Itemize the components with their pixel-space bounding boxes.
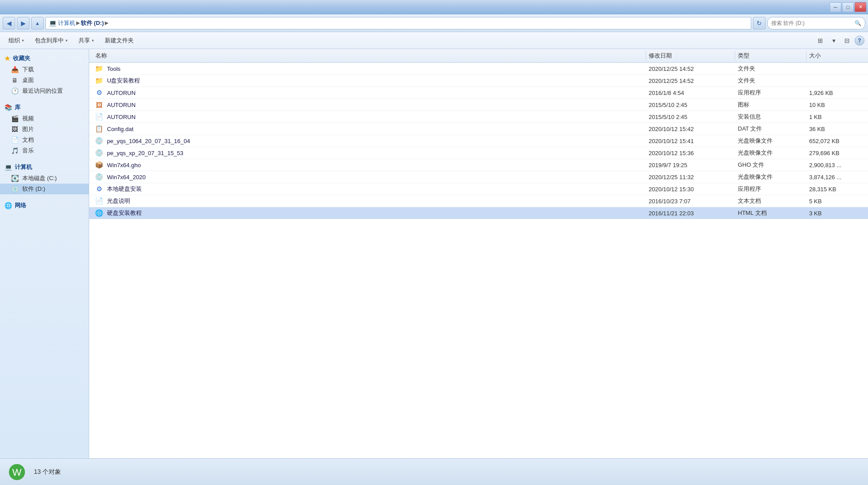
table-row[interactable]: 💿 pe_yqs_1064_20_07_31_16_04 2020/10/12 … <box>89 135 868 147</box>
desktop-label: 桌面 <box>22 76 34 84</box>
breadcrumb-icon: 💻 <box>49 19 57 27</box>
music-label: 音乐 <box>22 147 34 155</box>
svg-text:W: W <box>12 467 22 478</box>
share-button[interactable]: 共享 ▾ <box>74 34 99 47</box>
file-size-value: 2,900,813 ... <box>806 161 864 169</box>
file-type-label: DAT 文件 <box>735 124 806 133</box>
table-row[interactable]: 📄 AUTORUN 2015/5/10 2:45 安装信息 1 KB <box>89 111 868 123</box>
file-name: Tools <box>107 66 120 72</box>
file-name: AUTORUN <box>107 90 136 96</box>
table-row[interactable]: 📁 Tools 2020/12/25 14:52 文件夹 <box>89 63 868 75</box>
file-type-label: 文件夹 <box>735 64 806 73</box>
file-type-label: 应用程序 <box>735 88 806 97</box>
help-button[interactable]: ? <box>855 36 864 45</box>
video-icon: 🎬 <box>11 115 19 123</box>
desktop-icon: 🖥 <box>11 76 19 84</box>
file-modified-date: 2016/1/8 4:54 <box>646 89 735 97</box>
favorites-label: 收藏夹 <box>13 54 30 62</box>
file-modified-date: 2016/11/21 22:03 <box>646 210 735 217</box>
forward-button[interactable]: ▶ <box>17 17 29 29</box>
include-label: 包含到库中 <box>35 37 64 45</box>
file-name-cell: ⚙ 本地硬盘安装 <box>93 184 646 194</box>
col-modified[interactable]: 修改日期 <box>646 51 735 61</box>
search-icon: 🔍 <box>855 20 861 26</box>
table-row[interactable]: ⚙ 本地硬盘安装 2020/10/12 15:30 应用程序 28,315 KB <box>89 183 868 195</box>
sidebar-item-music[interactable]: 🎵 音乐 <box>0 145 89 156</box>
details-pane-button[interactable]: ⊟ <box>841 35 853 46</box>
toolbar: 组织 ▾ 包含到库中 ▾ 共享 ▾ 新建文件夹 ⊞ ▾ ⊟ ? <box>0 32 868 49</box>
include-library-button[interactable]: 包含到库中 ▾ <box>30 34 73 47</box>
breadcrumb-item-computer[interactable]: 计算机 <box>58 19 75 27</box>
maximize-button[interactable]: □ <box>842 2 854 12</box>
file-type-icon: 💿 <box>95 173 103 181</box>
close-button[interactable]: ✕ <box>855 2 866 12</box>
table-row[interactable]: 💿 Win7x64_2020 2020/12/25 11:32 光盘映像文件 3… <box>89 171 868 183</box>
view-button[interactable]: ⊞ <box>815 35 826 46</box>
file-size-value: 10 KB <box>806 101 864 109</box>
refresh-button[interactable]: ↻ <box>753 17 765 29</box>
file-size-value: 652,072 KB <box>806 137 864 145</box>
music-icon: 🎵 <box>11 147 19 155</box>
organize-button[interactable]: 组织 ▾ <box>4 34 29 47</box>
file-type-icon: 📄 <box>95 112 103 121</box>
sidebar-item-drive-d[interactable]: 💿 软件 (D:) <box>0 184 89 194</box>
file-modified-date: 2020/10/12 15:30 <box>646 185 735 193</box>
col-name[interactable]: 名称 <box>93 51 646 61</box>
sidebar-item-pictures[interactable]: 🖼 图片 <box>0 124 89 135</box>
new-folder-button[interactable]: 新建文件夹 <box>100 34 139 47</box>
breadcrumb-item-drive[interactable]: 软件 (D:) <box>81 19 104 27</box>
file-size-value: 5 KB <box>806 197 864 205</box>
file-name: U盘安装教程 <box>107 77 140 85</box>
recent-icon: 🕐 <box>11 87 19 95</box>
up-button[interactable]: ▲ <box>31 17 44 29</box>
status-bar: W 13 个对象 <box>0 458 868 485</box>
file-modified-date: 2015/5/10 2:45 <box>646 101 735 109</box>
table-row[interactable]: ⚙ AUTORUN 2016/1/8 4:54 应用程序 1,926 KB <box>89 87 868 99</box>
star-icon: ★ <box>4 55 10 62</box>
file-type-icon: ⚙ <box>95 88 103 97</box>
table-row[interactable]: 📋 Config.dat 2020/10/12 15:42 DAT 文件 36 … <box>89 123 868 135</box>
search-bar[interactable]: 🔍 <box>767 17 865 29</box>
sidebar-item-documents[interactable]: 📄 文档 <box>0 135 89 145</box>
file-name-cell: 📁 U盘安装教程 <box>93 76 646 86</box>
toolbar-right: ⊞ ▾ ⊟ ? <box>815 35 864 46</box>
file-size-value: 3,874,126 ... <box>806 173 864 181</box>
file-name-cell: 💿 pe_yqs_1064_20_07_31_16_04 <box>93 136 646 146</box>
col-size[interactable]: 大小 <box>806 51 864 61</box>
libraries-header[interactable]: 📚 库 <box>0 102 89 113</box>
video-label: 视频 <box>22 115 34 123</box>
computer-header[interactable]: 💻 计算机 <box>0 161 89 173</box>
table-row[interactable]: 📄 光盘说明 2016/10/23 7:07 文本文档 5 KB <box>89 195 868 207</box>
table-row[interactable]: 💿 pe_yqs_xp_20_07_31_15_53 2020/10/12 15… <box>89 147 868 159</box>
table-row[interactable]: 📦 Win7x64.gho 2019/9/7 19:25 GHO 文件 2,90… <box>89 159 868 171</box>
file-name: pe_yqs_xp_20_07_31_15_53 <box>107 150 183 156</box>
sidebar-item-downloads[interactable]: 📥 下载 <box>0 64 89 75</box>
file-type-icon: 🖼 <box>95 100 103 109</box>
col-type[interactable]: 类型 <box>735 51 806 61</box>
breadcrumb[interactable]: 💻 计算机 ▶ 软件 (D:) ▶ <box>45 17 751 29</box>
file-name-cell: 💿 pe_yqs_xp_20_07_31_15_53 <box>93 148 646 158</box>
sidebar-item-desktop[interactable]: 🖥 桌面 <box>0 75 89 86</box>
minimize-button[interactable]: ─ <box>830 2 841 12</box>
table-row[interactable]: 📁 U盘安装教程 2020/12/25 14:52 文件夹 <box>89 75 868 87</box>
back-button[interactable]: ◀ <box>3 17 15 29</box>
search-input[interactable] <box>771 20 853 26</box>
sidebar-item-recent[interactable]: 🕐 最近访问的位置 <box>0 86 89 96</box>
table-row[interactable]: 🖼 AUTORUN 2015/5/10 2:45 图标 10 KB <box>89 99 868 111</box>
file-type-label: HTML 文档 <box>735 209 806 218</box>
file-modified-date: 2019/9/7 19:25 <box>646 161 735 169</box>
table-row[interactable]: 🌐 硬盘安装教程 2016/11/21 22:03 HTML 文档 3 KB <box>89 207 868 219</box>
file-list-header: 名称 修改日期 类型 大小 <box>89 49 868 63</box>
file-name: 光盘说明 <box>107 197 130 205</box>
view-list-button[interactable]: ▾ <box>828 35 839 46</box>
sidebar-item-drive-c[interactable]: 💽 本地磁盘 (C:) <box>0 173 89 184</box>
new-folder-label: 新建文件夹 <box>105 37 134 45</box>
file-type-label: 文本文档 <box>735 197 806 206</box>
favorites-header[interactable]: ★ 收藏夹 <box>0 53 89 64</box>
drive-c-label: 本地磁盘 (C:) <box>22 174 57 182</box>
file-name-cell: 📦 Win7x64.gho <box>93 160 646 170</box>
sidebar-item-video[interactable]: 🎬 视频 <box>0 113 89 124</box>
network-header[interactable]: 🌐 网络 <box>0 200 89 211</box>
file-modified-date: 2020/12/25 14:52 <box>646 77 735 85</box>
file-modified-date: 2020/12/25 14:52 <box>646 65 735 73</box>
